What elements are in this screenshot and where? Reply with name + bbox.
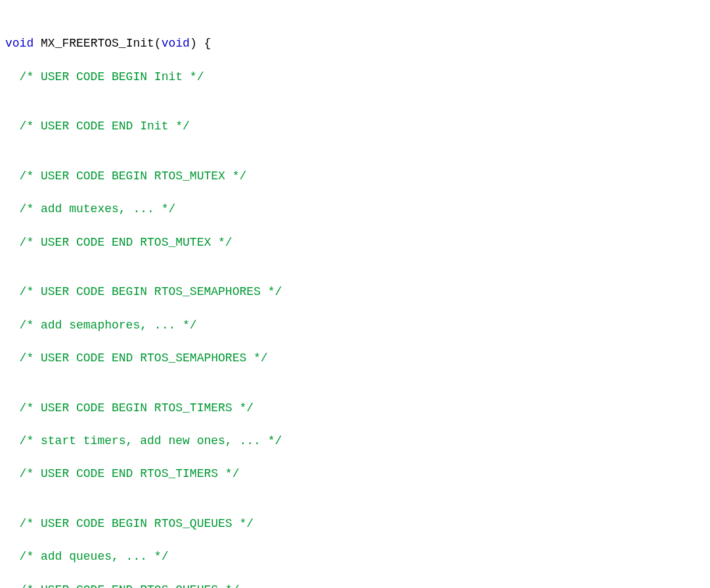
comment-start-timers: /* start timers, add new ones, ... */ [5, 433, 705, 449]
comment-user-end-queues: /* USER CODE END RTOS_QUEUES */ [5, 582, 705, 588]
comment-user-begin-queues: /* USER CODE BEGIN RTOS_QUEUES */ [5, 516, 705, 532]
comment-add-queues: /* add queues, ... */ [5, 549, 705, 565]
keyword-void-param: void [162, 37, 190, 50]
comment-add-semaphores: /* add semaphores, ... */ [5, 317, 705, 334]
code-line-01: void MX_FREERTOS_Init(void) { [5, 35, 705, 52]
paren-close-brace: ) { [190, 37, 211, 50]
comment-user-begin-timers: /* USER CODE BEGIN RTOS_TIMERS */ [5, 400, 705, 417]
comment-user-end-timers: /* USER CODE END RTOS_TIMERS */ [5, 466, 705, 482]
comment-user-end-semaphores: /* USER CODE END RTOS_SEMAPHORES */ [5, 350, 705, 367]
comment-add-mutexes: /* add mutexes, ... */ [5, 201, 705, 217]
comment-user-begin-init: /* USER CODE BEGIN Init */ [5, 69, 705, 85]
comment-user-end-init: /* USER CODE END Init */ [5, 118, 705, 135]
comment-user-begin-mutex: /* USER CODE BEGIN RTOS_MUTEX */ [5, 168, 705, 185]
keyword-void: void [5, 37, 33, 50]
comment-user-begin-semaphores: /* USER CODE BEGIN RTOS_SEMAPHORES */ [5, 284, 705, 300]
comment-user-end-mutex: /* USER CODE END RTOS_MUTEX */ [5, 235, 705, 251]
paren-open: ( [154, 37, 162, 50]
function-name: MX_FREERTOS_Init [41, 37, 154, 50]
